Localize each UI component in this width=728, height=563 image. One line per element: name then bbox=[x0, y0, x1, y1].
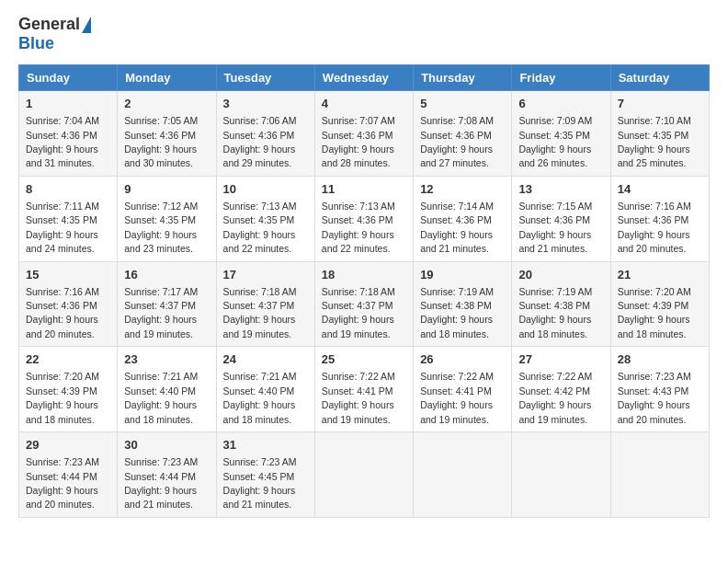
calendar-cell: 31 Sunrise: 7:23 AMSunset: 4:45 PMDaylig… bbox=[216, 432, 314, 518]
calendar-cell: 26 Sunrise: 7:22 AMSunset: 4:41 PMDaylig… bbox=[414, 347, 512, 432]
day-number: 8 bbox=[26, 181, 110, 198]
calendar-cell: 19 Sunrise: 7:19 AMSunset: 4:38 PMDaylig… bbox=[414, 261, 512, 347]
day-detail: Sunrise: 7:17 AMSunset: 4:37 PMDaylight:… bbox=[124, 286, 198, 339]
day-detail: Sunrise: 7:10 AMSunset: 4:35 PMDaylight:… bbox=[618, 115, 691, 168]
calendar-week-row: 1 Sunrise: 7:04 AMSunset: 4:36 PMDayligh… bbox=[19, 91, 710, 177]
day-number: 16 bbox=[124, 267, 209, 283]
day-number: 4 bbox=[322, 96, 406, 112]
day-detail: Sunrise: 7:23 AMSunset: 4:45 PMDaylight:… bbox=[223, 456, 297, 510]
logo-blue-text: Blue bbox=[18, 34, 54, 53]
calendar-week-row: 22 Sunrise: 7:20 AMSunset: 4:39 PMDaylig… bbox=[19, 347, 710, 432]
day-detail: Sunrise: 7:20 AMSunset: 4:39 PMDaylight:… bbox=[618, 286, 691, 339]
day-detail: Sunrise: 7:14 AMSunset: 4:36 PMDaylight:… bbox=[420, 201, 494, 254]
day-number: 19 bbox=[420, 267, 505, 283]
col-header-saturday: Saturday bbox=[610, 65, 709, 91]
col-header-tuesday: Tuesday bbox=[216, 65, 314, 91]
day-detail: Sunrise: 7:20 AMSunset: 4:39 PMDaylight:… bbox=[26, 371, 99, 424]
calendar-cell bbox=[314, 432, 413, 518]
calendar-cell bbox=[512, 432, 610, 518]
logo: General Blue bbox=[18, 15, 91, 53]
calendar-header-row: SundayMondayTuesdayWednesdayThursdayFrid… bbox=[19, 65, 710, 91]
calendar-cell: 12 Sunrise: 7:14 AMSunset: 4:36 PMDaylig… bbox=[414, 176, 512, 261]
day-number: 27 bbox=[518, 351, 603, 368]
day-number: 2 bbox=[124, 96, 209, 112]
day-number: 17 bbox=[223, 267, 308, 283]
day-number: 1 bbox=[26, 96, 110, 112]
day-detail: Sunrise: 7:16 AMSunset: 4:36 PMDaylight:… bbox=[26, 286, 99, 339]
calendar-cell: 18 Sunrise: 7:18 AMSunset: 4:37 PMDaylig… bbox=[314, 261, 413, 347]
calendar-cell: 1 Sunrise: 7:04 AMSunset: 4:36 PMDayligh… bbox=[19, 91, 118, 177]
calendar-cell: 30 Sunrise: 7:23 AMSunset: 4:44 PMDaylig… bbox=[118, 432, 216, 518]
calendar-table: SundayMondayTuesdayWednesdayThursdayFrid… bbox=[18, 64, 710, 518]
day-detail: Sunrise: 7:04 AMSunset: 4:36 PMDaylight:… bbox=[26, 115, 99, 168]
calendar-cell: 6 Sunrise: 7:09 AMSunset: 4:35 PMDayligh… bbox=[512, 91, 610, 177]
day-number: 6 bbox=[518, 96, 603, 112]
day-number: 29 bbox=[26, 437, 110, 454]
day-detail: Sunrise: 7:05 AMSunset: 4:36 PMDaylight:… bbox=[124, 115, 198, 168]
calendar-cell bbox=[610, 432, 709, 518]
day-detail: Sunrise: 7:23 AMSunset: 4:44 PMDaylight:… bbox=[26, 456, 99, 510]
calendar-cell: 14 Sunrise: 7:16 AMSunset: 4:36 PMDaylig… bbox=[610, 176, 709, 261]
day-detail: Sunrise: 7:15 AMSunset: 4:36 PMDaylight:… bbox=[518, 201, 592, 254]
day-number: 10 bbox=[223, 181, 308, 198]
calendar-cell: 3 Sunrise: 7:06 AMSunset: 4:36 PMDayligh… bbox=[216, 91, 314, 177]
calendar-cell: 10 Sunrise: 7:13 AMSunset: 4:35 PMDaylig… bbox=[216, 176, 314, 261]
day-detail: Sunrise: 7:19 AMSunset: 4:38 PMDaylight:… bbox=[420, 286, 494, 339]
day-number: 3 bbox=[223, 96, 308, 112]
day-number: 11 bbox=[322, 181, 406, 198]
day-number: 25 bbox=[322, 351, 406, 368]
calendar-cell: 7 Sunrise: 7:10 AMSunset: 4:35 PMDayligh… bbox=[610, 91, 709, 177]
calendar-cell: 17 Sunrise: 7:18 AMSunset: 4:37 PMDaylig… bbox=[216, 261, 314, 347]
calendar-cell: 20 Sunrise: 7:19 AMSunset: 4:38 PMDaylig… bbox=[512, 261, 610, 347]
calendar-cell: 8 Sunrise: 7:11 AMSunset: 4:35 PMDayligh… bbox=[19, 176, 118, 261]
calendar-cell: 28 Sunrise: 7:23 AMSunset: 4:43 PMDaylig… bbox=[610, 347, 709, 432]
col-header-friday: Friday bbox=[512, 65, 610, 91]
day-detail: Sunrise: 7:13 AMSunset: 4:36 PMDaylight:… bbox=[322, 201, 395, 254]
calendar-cell: 9 Sunrise: 7:12 AMSunset: 4:35 PMDayligh… bbox=[118, 176, 216, 261]
calendar-cell: 25 Sunrise: 7:22 AMSunset: 4:41 PMDaylig… bbox=[314, 347, 413, 432]
logo-general-text: General bbox=[18, 15, 80, 34]
calendar-cell: 11 Sunrise: 7:13 AMSunset: 4:36 PMDaylig… bbox=[314, 176, 413, 261]
day-detail: Sunrise: 7:18 AMSunset: 4:37 PMDaylight:… bbox=[322, 286, 395, 339]
calendar-cell: 21 Sunrise: 7:20 AMSunset: 4:39 PMDaylig… bbox=[610, 261, 709, 347]
day-detail: Sunrise: 7:11 AMSunset: 4:35 PMDaylight:… bbox=[26, 201, 99, 254]
day-number: 31 bbox=[223, 437, 308, 454]
calendar-cell: 4 Sunrise: 7:07 AMSunset: 4:36 PMDayligh… bbox=[314, 91, 413, 177]
day-number: 23 bbox=[124, 351, 209, 368]
day-detail: Sunrise: 7:21 AMSunset: 4:40 PMDaylight:… bbox=[223, 371, 297, 424]
day-detail: Sunrise: 7:18 AMSunset: 4:37 PMDaylight:… bbox=[223, 286, 297, 339]
day-number: 5 bbox=[420, 96, 505, 112]
calendar-cell: 13 Sunrise: 7:15 AMSunset: 4:36 PMDaylig… bbox=[512, 176, 610, 261]
calendar-cell: 22 Sunrise: 7:20 AMSunset: 4:39 PMDaylig… bbox=[19, 347, 118, 432]
calendar-cell: 29 Sunrise: 7:23 AMSunset: 4:44 PMDaylig… bbox=[19, 432, 118, 518]
day-number: 21 bbox=[618, 267, 702, 283]
day-detail: Sunrise: 7:16 AMSunset: 4:36 PMDaylight:… bbox=[618, 201, 691, 254]
calendar-cell bbox=[414, 432, 512, 518]
day-detail: Sunrise: 7:21 AMSunset: 4:40 PMDaylight:… bbox=[124, 371, 198, 424]
day-detail: Sunrise: 7:09 AMSunset: 4:35 PMDaylight:… bbox=[518, 115, 592, 168]
day-detail: Sunrise: 7:19 AMSunset: 4:38 PMDaylight:… bbox=[518, 286, 592, 339]
col-header-sunday: Sunday bbox=[19, 65, 118, 91]
day-number: 12 bbox=[420, 181, 505, 198]
day-number: 14 bbox=[618, 181, 702, 198]
calendar-week-row: 29 Sunrise: 7:23 AMSunset: 4:44 PMDaylig… bbox=[19, 432, 710, 518]
calendar-week-row: 15 Sunrise: 7:16 AMSunset: 4:36 PMDaylig… bbox=[19, 261, 710, 347]
day-number: 7 bbox=[618, 96, 702, 112]
day-detail: Sunrise: 7:22 AMSunset: 4:42 PMDaylight:… bbox=[518, 371, 592, 424]
day-detail: Sunrise: 7:23 AMSunset: 4:43 PMDaylight:… bbox=[618, 371, 691, 424]
calendar-week-row: 8 Sunrise: 7:11 AMSunset: 4:35 PMDayligh… bbox=[19, 176, 710, 261]
day-detail: Sunrise: 7:22 AMSunset: 4:41 PMDaylight:… bbox=[420, 371, 494, 424]
day-number: 30 bbox=[124, 437, 209, 454]
col-header-monday: Monday bbox=[118, 65, 216, 91]
calendar-cell: 2 Sunrise: 7:05 AMSunset: 4:36 PMDayligh… bbox=[118, 91, 216, 177]
col-header-wednesday: Wednesday bbox=[314, 65, 413, 91]
day-detail: Sunrise: 7:13 AMSunset: 4:35 PMDaylight:… bbox=[223, 201, 297, 254]
day-number: 26 bbox=[420, 351, 505, 368]
calendar-cell: 16 Sunrise: 7:17 AMSunset: 4:37 PMDaylig… bbox=[118, 261, 216, 347]
day-number: 28 bbox=[618, 351, 702, 368]
day-detail: Sunrise: 7:08 AMSunset: 4:36 PMDaylight:… bbox=[420, 115, 494, 168]
calendar-cell: 24 Sunrise: 7:21 AMSunset: 4:40 PMDaylig… bbox=[216, 347, 314, 432]
day-number: 24 bbox=[223, 351, 308, 368]
calendar-cell: 5 Sunrise: 7:08 AMSunset: 4:36 PMDayligh… bbox=[414, 91, 512, 177]
calendar-cell: 23 Sunrise: 7:21 AMSunset: 4:40 PMDaylig… bbox=[118, 347, 216, 432]
